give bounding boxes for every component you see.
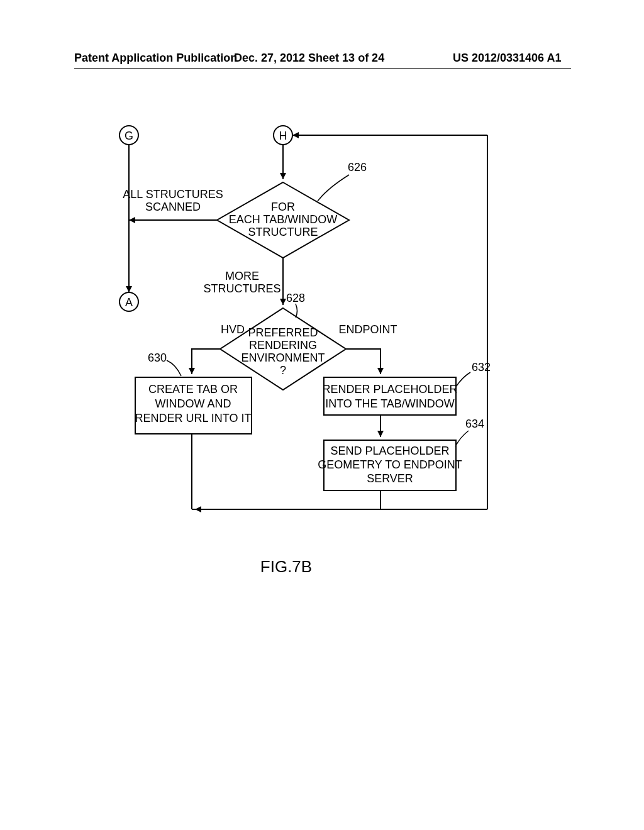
- process-632: RENDER PLACEHOLDER INTO THE TAB/WINDOW: [322, 377, 457, 415]
- decision-626: FOR EACH TAB/WINDOW STRUCTURE: [217, 182, 349, 258]
- connector-G-label: G: [125, 130, 133, 142]
- box630-line1: CREATE TAB OR: [148, 383, 238, 396]
- process-630: CREATE TAB OR WINDOW AND RENDER URL INTO…: [135, 377, 252, 434]
- connector-G: G: [119, 126, 138, 145]
- box630-line2: WINDOW AND: [155, 397, 231, 410]
- decision-626-line2: EACH TAB/WINDOW: [229, 213, 337, 226]
- connector-H: H: [274, 126, 292, 145]
- label-scanned: SCANNED: [145, 201, 201, 213]
- label-endpoint: ENDPOINT: [338, 323, 397, 336]
- process-634: SEND PLACEHOLDER GEOMETRY TO ENDPOINT SE…: [318, 440, 462, 490]
- ref-626: 626: [348, 161, 367, 174]
- box630-line3: RENDER URL INTO IT: [135, 412, 251, 424]
- box632-line2: INTO THE TAB/WINDOW: [325, 397, 455, 410]
- label-all-structures: ALL STRUCTURES: [123, 188, 223, 201]
- box632-line1: RENDER PLACEHOLDER: [322, 383, 457, 396]
- figure-caption: FIG.7B: [260, 557, 312, 576]
- connector-H-label: H: [279, 130, 287, 142]
- decision-628-line4: ?: [280, 364, 286, 377]
- label-structures: STRUCTURES: [203, 282, 280, 295]
- decision-628-line3: ENVIRONMENT: [241, 351, 325, 364]
- ref-628: 628: [286, 292, 305, 304]
- decision-626-line3: STRUCTURE: [248, 226, 318, 238]
- decision-628-line1: PREFERRED: [248, 326, 318, 339]
- box634-line2: GEOMETRY TO ENDPOINT: [318, 458, 462, 471]
- connector-A-label: A: [125, 296, 133, 309]
- decision-626-line1: FOR: [271, 201, 295, 213]
- connector-A: A: [119, 292, 138, 311]
- ref-630: 630: [148, 351, 167, 364]
- box634-line3: SERVER: [367, 472, 413, 485]
- label-hvd: HVD: [221, 323, 245, 336]
- label-more: MORE: [225, 270, 259, 282]
- flowchart: G H FOR EACH TAB/WINDOW STRUCTURE 626 AL…: [0, 0, 644, 830]
- decision-628-line2: RENDERING: [249, 339, 317, 351]
- box634-line1: SEND PLACEHOLDER: [330, 445, 449, 457]
- ref-634: 634: [465, 418, 484, 430]
